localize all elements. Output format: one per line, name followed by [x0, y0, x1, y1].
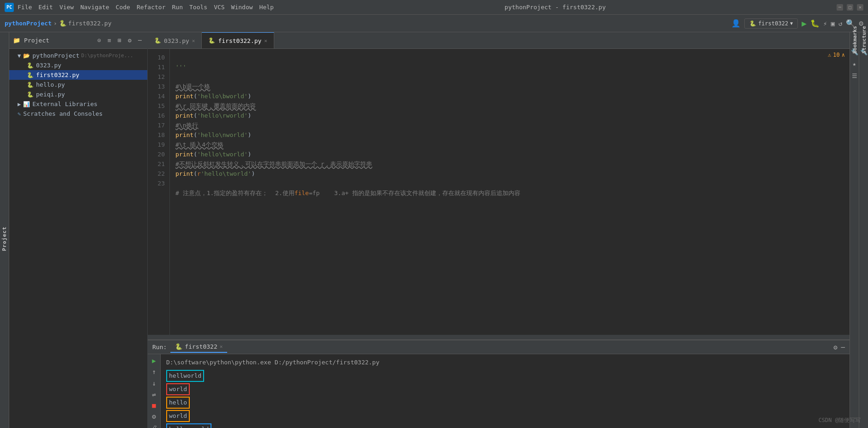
tree-item-external[interactable]: ▶ 📊 External Libraries — [9, 99, 147, 109]
code-line-13-str: 'hello\bworld' — [197, 93, 248, 100]
panel-settings-icon[interactable]: ⚙ — [126, 37, 133, 44]
tab-0323[interactable]: 🐍 0323.py ✕ — [148, 32, 202, 48]
debug-button[interactable]: 🐛 — [810, 19, 820, 28]
run-scroll-up-button[interactable]: ↑ — [149, 368, 159, 375]
breadcrumb-project[interactable]: pythonProject — [5, 20, 52, 27]
warning-count: 10 — [833, 52, 839, 58]
python-file-icon: 🐍 — [27, 62, 34, 69]
run-sidebar: ▶ ↑ ↓ ⇌ ■ ⚙ 🖨 ✕ — [148, 354, 161, 428]
warning-icon: ⚠ — [828, 52, 831, 58]
panel-actions: ⊙ ≡ ⊞ ⚙ ─ — [96, 37, 144, 44]
folder-icon: 📂 — [23, 53, 30, 59]
run-print-button[interactable]: 🖨 — [149, 424, 159, 428]
code-line-17-p2: ) — [248, 131, 252, 138]
tree-item-first0322[interactable]: 🐍 first0322.py — [9, 70, 147, 80]
chevron-down-icon: ▼ — [18, 53, 21, 59]
maximize-button[interactable]: □ — [847, 4, 853, 11]
line-num-10: 10 — [148, 53, 165, 62]
menu-view[interactable]: View — [60, 4, 74, 11]
app-logo: PC — [5, 3, 14, 12]
menu-run[interactable]: Run — [172, 4, 183, 11]
menu-window[interactable]: Window — [231, 4, 253, 11]
line-num-17: 17 — [148, 120, 165, 130]
menu-refactor[interactable]: Refactor — [137, 4, 166, 11]
output-hello-orange: hello — [166, 397, 844, 409]
code-line-15-p1: ( — [193, 112, 197, 119]
tab-0323-close[interactable]: ✕ — [192, 38, 195, 44]
structure-panel: Structure 🔧 — [859, 32, 868, 428]
reload-button[interactable]: ↺ — [838, 20, 842, 27]
code-line-21-fn: print — [175, 170, 193, 177]
collapse-all-icon[interactable]: ≡ — [106, 37, 113, 44]
run-config-icon: 🐍 — [749, 20, 756, 27]
tab-first0322-icon: 🐍 — [208, 37, 215, 44]
run-minimize-icon[interactable]: ─ — [841, 344, 845, 351]
run-tab-first0322[interactable]: 🐍 first0322 ✕ — [170, 341, 227, 353]
editor-tabs: 🐍 0323.py ✕ 🐍 first0322.py ✕ — [148, 32, 850, 49]
coverage-button[interactable]: ▣ — [831, 20, 834, 27]
code-line-18: #\t 插入4个空格 — [175, 141, 223, 148]
run-settings-btn2[interactable]: ⚙ — [149, 413, 159, 420]
tab-0323-icon: 🐍 — [154, 37, 161, 44]
close-button[interactable]: ✕ — [857, 4, 863, 11]
tab-first0322[interactable]: 🐍 first0322.py ✕ — [202, 32, 274, 48]
horizontal-scrollbar[interactable] — [148, 335, 850, 339]
code-line-17-p1: ( — [193, 131, 197, 138]
run-wrap-button[interactable]: ⇌ — [149, 391, 159, 398]
structure-label-text[interactable]: Structure — [859, 35, 868, 44]
project-side-tab[interactable]: Project — [0, 32, 9, 428]
tree-item-scratches[interactable]: ✎ Scratches and Consoles — [9, 109, 147, 119]
warning-expand-icon[interactable]: ∧ — [842, 52, 845, 58]
project-label-text: Project — [1, 226, 7, 251]
profile-icon[interactable]: 👤 — [731, 19, 741, 28]
breadcrumb-file[interactable]: first0322.py — [68, 20, 112, 27]
run-output[interactable]: D:\software\python\python.exe D:/pythonP… — [161, 354, 850, 428]
watermark: CSDN @随便写写 — [819, 416, 861, 424]
editor-scroll[interactable]: 10 11 12 13 14 15 16 17 18 19 20 21 22 2… — [148, 49, 850, 335]
code-line-17-str: 'hello\nworld' — [197, 131, 248, 138]
menu-edit[interactable]: Edit — [38, 4, 53, 11]
tree-item-0323[interactable]: 🐍 0323.py — [9, 60, 147, 70]
code-line-23: # 注意点，1.指定的盈符有存在； 2.使用file=fp 3.a+ 指的是如果… — [175, 190, 520, 196]
run-play-button[interactable]: ▶ — [149, 357, 159, 364]
tree-item-peiqi[interactable]: 🐍 peiqi.py — [9, 89, 147, 99]
run-settings-icon[interactable]: ⚙ — [833, 344, 837, 351]
tree-item-external-label: External Libraries — [32, 101, 97, 107]
bookmark-add-icon[interactable]: ★ — [850, 59, 859, 68]
run-tab-close[interactable]: ✕ — [220, 344, 223, 350]
library-icon: 📊 — [23, 101, 30, 107]
run-button[interactable]: ▶ — [802, 18, 807, 28]
code-line-15-p2: ) — [248, 112, 252, 119]
menu-tools[interactable]: Tools — [189, 4, 207, 11]
output-box-hello-world: hello world — [166, 423, 211, 428]
profile-run-button[interactable]: ⚡ — [823, 20, 827, 27]
line-num-11: 11 — [148, 62, 165, 72]
run-stop-button[interactable]: ■ — [149, 402, 159, 409]
code-editor[interactable]: ''' #\b退一个格 print('hello\bworld') #\r 回车… — [170, 49, 850, 335]
run-scroll-down-button[interactable]: ↓ — [149, 380, 159, 387]
python-file-icon-hello: 🐍 — [27, 82, 34, 88]
tree-item-scratches-label: Scratches and Consoles — [23, 110, 102, 117]
output-hello-world-blue: hello world — [166, 423, 844, 428]
menu-vcs[interactable]: VCS — [214, 4, 224, 11]
python-file-icon-selected: 🐍 — [27, 72, 34, 78]
bookmark-list-icon[interactable]: ☰ — [850, 71, 859, 80]
menu-help[interactable]: Help — [259, 4, 274, 11]
menu-navigate[interactable]: Navigate — [80, 4, 109, 11]
minimize-button[interactable]: ─ — [837, 4, 843, 11]
output-box-hellworld: hellworld — [166, 370, 204, 382]
tab-first0322-close[interactable]: ✕ — [264, 38, 267, 44]
run-panel-header: Run: 🐍 first0322 ✕ ⚙ ─ — [148, 340, 850, 354]
tree-item-hello[interactable]: 🐍 hello.py — [9, 80, 147, 89]
expand-icon[interactable]: ⊞ — [116, 37, 123, 44]
scope-icon[interactable]: ⊙ — [96, 37, 103, 44]
output-box-world2: world — [166, 410, 190, 422]
bookmark-star-icon[interactable]: Bookmarks — [850, 35, 859, 44]
line-numbers: 10 11 12 13 14 15 16 17 18 19 20 21 22 2… — [148, 49, 170, 335]
menu-code[interactable]: Code — [116, 4, 130, 11]
run-config-button[interactable]: 🐍 first0322 ▼ — [744, 18, 798, 29]
panel-minimize-icon[interactable]: ─ — [136, 37, 144, 44]
menu-file[interactable]: File — [18, 4, 32, 11]
run-tab-icon: 🐍 — [175, 343, 182, 350]
tree-item-project[interactable]: ▼ 📂 pythonProject D:\pythonProje... — [9, 51, 147, 60]
